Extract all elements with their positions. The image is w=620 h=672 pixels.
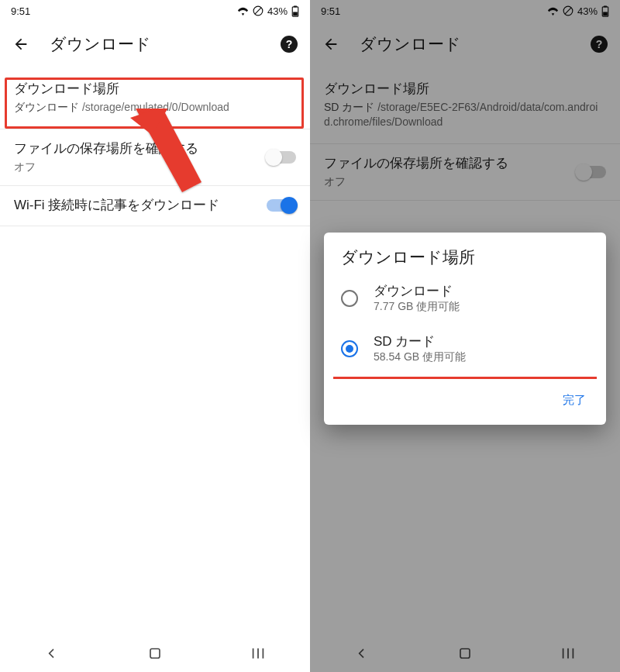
wifi-download-row[interactable]: Wi-Fi 接続時に記事をダウンロード — [0, 186, 310, 226]
svg-line-1 — [255, 8, 261, 14]
help-icon: ? — [281, 36, 298, 53]
status-bar: 9:51 43% — [0, 0, 310, 22]
confirm-toggle[interactable] — [267, 151, 296, 164]
nav-bar — [0, 635, 310, 672]
download-location-title: ダウンロード場所 — [14, 81, 296, 98]
option-sub: 7.77 GB 使用可能 — [374, 300, 460, 314]
download-location-row[interactable]: ダウンロード場所 ダウンロード /storage/emulated/0/Down… — [0, 67, 310, 129]
nav-home[interactable] — [140, 643, 170, 663]
block-icon — [253, 5, 264, 16]
option-sdcard[interactable]: SD カード 58.54 GB 使用可能 — [324, 323, 606, 374]
battery-icon — [291, 5, 299, 17]
arrow-left-icon — [12, 36, 29, 53]
phone-left: 9:51 43% ダウンロード ? ダウンロード場所 ダウンロード /stora… — [0, 0, 310, 672]
svg-rect-4 — [293, 12, 298, 16]
dialog-title: ダウンロード場所 — [324, 233, 606, 273]
page-title: ダウンロード — [50, 33, 260, 55]
recent-icon — [250, 647, 266, 660]
chevron-left-icon — [46, 647, 58, 660]
nav-recent[interactable] — [243, 643, 274, 663]
confirm-location-title: ファイルの保存場所を確認する — [14, 140, 257, 158]
annotation-underline — [333, 377, 597, 379]
option-download[interactable]: ダウンロード 7.77 GB 使用可能 — [324, 273, 606, 323]
status-time: 9:51 — [11, 5, 30, 17]
wifi-toggle[interactable] — [267, 199, 296, 212]
wifi-download-title: Wi-Fi 接続時に記事をダウンロード — [14, 197, 257, 215]
radio-checked-icon — [341, 340, 358, 357]
back-button[interactable] — [11, 34, 31, 54]
option-sub: 58.54 GB 使用可能 — [374, 350, 466, 364]
option-title: ダウンロード — [374, 282, 460, 300]
svg-rect-3 — [294, 5, 297, 7]
status-icons: 43% — [237, 5, 299, 17]
confirm-location-state: オフ — [14, 160, 257, 174]
confirm-location-row[interactable]: ファイルの保存場所を確認する オフ — [0, 129, 310, 186]
phone-right: 9:51 43% ダウンロード ? ダウンロード場所 SD カード /stora… — [310, 0, 620, 672]
settings-list: ダウンロード場所 ダウンロード /storage/emulated/0/Down… — [0, 67, 310, 635]
battery-percent: 43% — [267, 5, 288, 17]
help-button[interactable]: ? — [279, 34, 299, 54]
nav-back[interactable] — [36, 643, 67, 663]
svg-rect-9 — [150, 649, 160, 658]
radio-unchecked-icon — [341, 290, 358, 307]
toolbar: ダウンロード ? — [0, 22, 310, 67]
done-button[interactable]: 完了 — [556, 388, 592, 412]
option-title: SD カード — [374, 333, 466, 350]
square-icon — [148, 646, 162, 660]
download-location-dialog: ダウンロード場所 ダウンロード 7.77 GB 使用可能 SD カード 58.5… — [324, 233, 606, 425]
wifi-icon — [237, 6, 249, 16]
download-location-path: ダウンロード /storage/emulated/0/Download — [14, 100, 296, 115]
